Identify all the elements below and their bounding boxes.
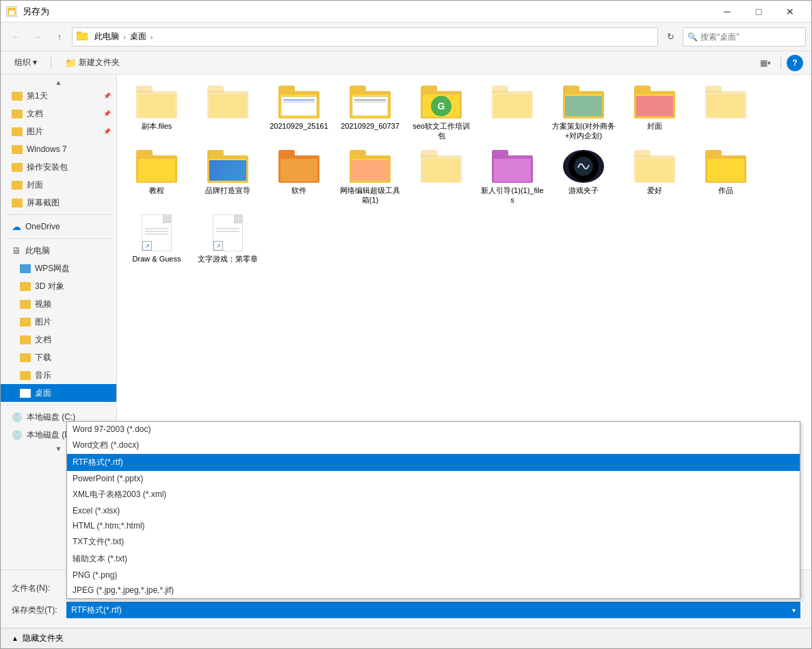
sidebar-item-day1[interactable]: 第1天 📌 — [1, 87, 116, 105]
sidebar-item-download[interactable]: 下载 — [1, 348, 116, 366]
sidebar-item-pics[interactable]: 图片 — [1, 313, 116, 331]
list-item[interactable] — [407, 144, 475, 206]
breadcrumb: 此电脑 › 桌面 › — [92, 29, 653, 44]
folder-icon-blue — [20, 264, 31, 273]
list-item[interactable]: 作品 — [692, 144, 760, 206]
new-folder-icon: 📁 — [65, 58, 77, 68]
file-name: 作品 — [718, 186, 733, 195]
sidebar-label-download: 下载 — [35, 352, 51, 364]
sidebar-label-3d: 3D 对象 — [35, 281, 64, 292]
dropdown-option-6[interactable]: HTML (*.htm;*.html) — [67, 518, 800, 533]
list-item[interactable]: ↗ Draw & Guess — [122, 209, 191, 270]
list-item[interactable]: 网络编辑超级工具箱(1) — [336, 144, 404, 206]
list-item[interactable]: 20210929_60737 — [336, 80, 404, 142]
dropdown-option-2[interactable]: RTF格式(*.rtf) — [67, 454, 800, 471]
list-item[interactable]: 品牌打造宣导 — [194, 144, 262, 206]
list-item[interactable]: 教程 — [122, 144, 191, 206]
save-as-dialog: 另存为 ─ □ ✕ ← → ↑ 此电脑 › 桌面 › ↻ 🔍 — [0, 0, 812, 649]
list-item[interactable]: ↗ 文字游戏：第零章 — [194, 209, 262, 270]
folder-icon-large — [421, 150, 462, 183]
sidebar-item-screenshot[interactable]: 屏幕截图 — [1, 194, 116, 212]
dropdown-option-8[interactable]: 辅助文本 (*.txt) — [67, 550, 800, 568]
sidebar-item-images[interactable]: 图片 📌 — [1, 123, 116, 140]
list-item[interactable] — [692, 80, 760, 142]
sidebar-item-docs[interactable]: 文档 📌 — [1, 105, 116, 123]
sidebar-item-desktop[interactable]: 桌面 — [1, 384, 116, 402]
sidebar-item-3d[interactable]: 3D 对象 — [1, 277, 116, 295]
list-item[interactable]: 副本.files — [122, 80, 191, 142]
refresh-button[interactable]: ↻ — [661, 27, 680, 47]
sidebar-label-pics: 图片 — [35, 316, 51, 328]
svg-rect-2 — [8, 9, 12, 11]
list-item[interactable]: 游戏夹子 — [549, 144, 618, 206]
title-bar-controls: ─ □ ✕ — [711, 1, 806, 23]
toolbar: ← → ↑ 此电脑 › 桌面 › ↻ 🔍 — [1, 23, 811, 51]
view-toggle-button[interactable]: ▦ ▾ — [756, 53, 775, 73]
search-input[interactable] — [700, 32, 803, 42]
list-item[interactable] — [194, 80, 262, 142]
sidebar-label-win7: Windows 7 — [27, 144, 67, 154]
sidebar-label-music: 音乐 — [35, 370, 51, 381]
breadcrumb-desktop[interactable]: 桌面 — [127, 29, 149, 44]
search-box: 🔍 — [683, 27, 806, 47]
back-button[interactable]: ← — [6, 27, 25, 47]
list-item[interactable]: 新人引导(1)(1)_files — [478, 144, 547, 206]
list-item[interactable]: 封面 — [620, 80, 689, 142]
breadcrumb-sep1: › — [123, 33, 126, 41]
file-name: 封面 — [647, 121, 662, 131]
svg-rect-5 — [77, 34, 87, 40]
folder-icon-large — [705, 150, 746, 183]
sidebar-scroll-up[interactable]: ▲ — [1, 77, 116, 87]
breadcrumb-pc[interactable]: 此电脑 — [92, 29, 122, 44]
folder-icon-large — [492, 150, 533, 183]
dropdown-option-0[interactable]: Word 97-2003 (*.doc) — [67, 422, 800, 437]
dropdown-option-1[interactable]: Word文档 (*.docx) — [67, 437, 800, 454]
dropdown-option-5[interactable]: Excel (*.xlsx) — [67, 503, 800, 518]
sidebar-item-wps[interactable]: WPS网盘 — [1, 259, 116, 277]
maximize-button[interactable]: □ — [743, 1, 774, 23]
sidebar-item-win7[interactable]: Windows 7 — [1, 140, 116, 158]
list-item[interactable]: G seo软文工作培训包 — [407, 80, 475, 142]
sidebar-item-cover[interactable]: 封面 — [1, 176, 116, 194]
list-item[interactable]: 20210929_25161 — [265, 80, 333, 142]
filetype-select[interactable]: RTF格式(*.rtf) ▾ — [66, 602, 800, 618]
sidebar-item-setup[interactable]: 操作安装包 — [1, 158, 116, 176]
title-bar: 另存为 ─ □ ✕ — [1, 1, 811, 23]
sidebar-sep3 — [6, 405, 111, 405]
dropdown-option-10[interactable]: JPEG (*.jpg,*.jpeg,*.jpe,*.jif) — [67, 583, 800, 598]
sidebar-label-day1: 第1天 — [27, 90, 48, 102]
minimize-button[interactable]: ─ — [711, 1, 743, 23]
folder-icon — [20, 371, 31, 380]
list-item[interactable]: 爱好 — [620, 144, 689, 206]
view-divider — [781, 56, 781, 70]
dropdown-option-9[interactable]: PNG (*.png) — [67, 568, 800, 583]
help-button[interactable]: ? — [787, 55, 803, 71]
action-divider — [51, 56, 51, 70]
sidebar-item-doc2[interactable]: 文档 — [1, 331, 116, 348]
hidden-files-toggle[interactable]: ▲ 隐藏文件夹 — [1, 628, 811, 648]
folder-icon-large — [207, 150, 248, 183]
sidebar-item-video[interactable]: 视频 — [1, 295, 116, 313]
sidebar-label-setup: 操作安装包 — [27, 162, 68, 173]
dropdown-option-3[interactable]: PowerPoint (*.pptx) — [67, 471, 800, 486]
sidebar-item-onedrive[interactable]: ☁ OneDrive — [1, 218, 116, 236]
list-item[interactable] — [478, 80, 547, 142]
list-item[interactable]: 软件 — [265, 144, 333, 206]
dropdown-option-4[interactable]: XML电子表格2003 (*.xml) — [67, 486, 800, 503]
forward-button[interactable]: → — [28, 27, 47, 47]
organize-button[interactable]: 组织 ▾ — [9, 55, 42, 71]
new-folder-button[interactable]: 📁 新建文件夹 — [60, 55, 125, 71]
sidebar-item-pc[interactable]: 🖥 此电脑 — [1, 242, 116, 259]
sidebar-label-screenshot: 屏幕截图 — [27, 197, 60, 209]
sidebar-label-doc2: 文档 — [35, 334, 51, 346]
dropdown-option-7[interactable]: TXT文件(*.txt) — [67, 533, 800, 550]
file-name: 副本.files — [142, 121, 172, 131]
close-button[interactable]: ✕ — [774, 1, 806, 23]
dropdown-option-11[interactable]: TIFF (*.tiff,*.tif) — [67, 598, 800, 599]
up-button[interactable]: ↑ — [50, 27, 69, 47]
filetype-label: 保存类型(T): — [12, 605, 66, 616]
sidebar-item-music[interactable]: 音乐 — [1, 366, 116, 384]
new-folder-label: 新建文件夹 — [79, 57, 120, 68]
list-item[interactable]: 方案策划(对外商务+对内企划) — [549, 80, 618, 142]
file-name: 新人引导(1)(1)_files — [481, 186, 544, 205]
